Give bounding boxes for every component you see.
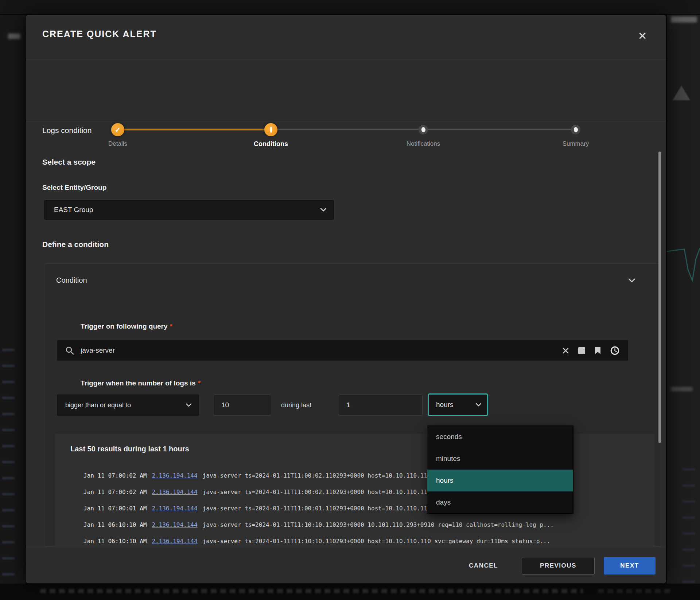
search-icon bbox=[57, 346, 81, 355]
log-row: Jan 11 06:10:10 AM2.136.194.144java-serv… bbox=[83, 533, 645, 547]
bookmark-icon[interactable] bbox=[595, 346, 601, 354]
during-last-text: during last bbox=[281, 395, 311, 416]
condition-accordion-header[interactable]: Condition bbox=[44, 264, 661, 299]
history-clock-icon[interactable] bbox=[610, 346, 619, 355]
logs-condition-heading: Logs condition bbox=[42, 126, 92, 135]
condition-accordion-title: Condition bbox=[56, 276, 87, 285]
query-input-container bbox=[57, 340, 629, 361]
required-asterisk: * bbox=[170, 322, 172, 330]
step-circle-conditions[interactable] bbox=[264, 123, 277, 136]
unit-option-minutes[interactable]: minutes bbox=[427, 448, 573, 470]
stepper-connector bbox=[277, 129, 419, 130]
unit-select[interactable]: hours bbox=[428, 393, 488, 416]
query-input[interactable] bbox=[81, 346, 563, 354]
window-value-input[interactable] bbox=[339, 395, 423, 416]
operator-select[interactable]: bigger than or equal to bbox=[57, 395, 199, 416]
query-label: Trigger on following query* bbox=[81, 322, 172, 330]
step-label-summary[interactable]: Summary bbox=[532, 140, 619, 148]
log-timestamp: Jan 11 07:00:02 AM bbox=[83, 489, 147, 495]
log-ip-link[interactable]: 2.136.194.144 bbox=[152, 505, 197, 512]
log-timestamp: Jan 11 06:10:10 AM bbox=[83, 538, 147, 545]
step-circle-details[interactable]: ✓ bbox=[111, 123, 124, 136]
entity-group-label: Select Entity/Group bbox=[42, 184, 106, 192]
log-message: java-server ts=2024-01-11T11:10:10.11029… bbox=[203, 538, 551, 545]
chevron-down-icon[interactable] bbox=[629, 279, 635, 283]
stepper-connector-completed bbox=[124, 129, 265, 130]
cancel-button[interactable]: CANCEL bbox=[462, 557, 505, 574]
trigger-count-label: Trigger when the number of logs is* bbox=[81, 379, 201, 387]
step-label-notifications[interactable]: Notifications bbox=[380, 140, 467, 148]
stepper-connector bbox=[428, 129, 571, 130]
chevron-down-icon bbox=[186, 404, 191, 407]
unit-value: hours bbox=[429, 401, 454, 409]
query-toolbar bbox=[563, 346, 628, 355]
chevron-down-icon bbox=[320, 208, 326, 212]
square-icon[interactable] bbox=[578, 347, 585, 354]
background-text-fragment bbox=[671, 16, 697, 23]
trigger-count-label-text: Trigger when the number of logs is bbox=[81, 379, 196, 387]
next-button[interactable]: NEXT bbox=[604, 557, 656, 574]
entity-group-value: EAST Group bbox=[44, 206, 93, 214]
query-label-text: Trigger on following query bbox=[81, 322, 168, 330]
results-heading: Last 50 results during last 1 hours bbox=[70, 445, 189, 453]
close-icon[interactable]: ✕ bbox=[634, 27, 651, 44]
background-text-fragment bbox=[671, 387, 693, 391]
log-timestamp: Jan 11 07:00:02 AM bbox=[83, 472, 147, 479]
background-dots bbox=[682, 463, 695, 583]
background-topbar bbox=[0, 0, 700, 15]
log-ip-link[interactable]: 2.136.194.144 bbox=[152, 521, 197, 528]
unit-option-hours[interactable]: hours bbox=[427, 470, 573, 491]
unit-option-days[interactable]: days bbox=[427, 491, 573, 513]
step-circle-summary[interactable] bbox=[571, 125, 580, 134]
dialog-title: CREATE QUICK ALERT bbox=[42, 29, 157, 39]
pending-step-marker bbox=[421, 127, 425, 132]
background-dots bbox=[2, 342, 15, 576]
step-label-details[interactable]: Details bbox=[74, 140, 162, 148]
background-text-fragment bbox=[8, 34, 20, 39]
log-timestamp: Jan 11 06:10:10 AM bbox=[83, 521, 147, 528]
check-icon: ✓ bbox=[115, 126, 121, 134]
dialog-header: CREATE QUICK ALERT ✕ bbox=[26, 15, 666, 59]
pending-step-marker bbox=[574, 127, 578, 132]
background-chart-line bbox=[667, 226, 700, 299]
step-circle-notifications[interactable] bbox=[419, 125, 428, 134]
log-row: Jan 11 06:10:10 AM2.136.194.144java-serv… bbox=[83, 517, 645, 533]
background-blurred-log bbox=[40, 589, 583, 593]
log-message: java-server ts=2024-01-11T11:10:10.11029… bbox=[203, 521, 554, 528]
triangle-icon bbox=[673, 86, 690, 100]
modal-scrollbar[interactable] bbox=[658, 152, 661, 443]
threshold-input[interactable] bbox=[214, 395, 271, 416]
clear-icon[interactable] bbox=[563, 348, 569, 354]
log-timestamp: Jan 11 07:00:01 AM bbox=[83, 505, 147, 512]
unit-dropdown-menu: seconds minutes hours days bbox=[427, 426, 573, 514]
unit-option-seconds[interactable]: seconds bbox=[427, 426, 573, 448]
operator-value: bigger than or equal to bbox=[57, 401, 131, 409]
previous-button[interactable]: PREVIOUS bbox=[522, 557, 595, 574]
select-scope-heading: Select a scope bbox=[42, 158, 96, 166]
background-blurred-log bbox=[598, 589, 671, 593]
create-quick-alert-dialog: CREATE QUICK ALERT ✕ ✓ Details Condition… bbox=[26, 15, 666, 584]
entity-group-select[interactable]: EAST Group bbox=[44, 200, 334, 220]
step-label-conditions[interactable]: Conditions bbox=[227, 140, 315, 148]
log-ip-link[interactable]: 2.136.194.144 bbox=[152, 538, 197, 545]
define-condition-heading: Define a condition bbox=[42, 240, 109, 249]
stepper: ✓ Details Conditions Notifications Summa… bbox=[26, 59, 666, 121]
dialog-footer: CANCEL PREVIOUS NEXT bbox=[26, 547, 666, 584]
required-asterisk: * bbox=[198, 379, 201, 387]
chevron-down-icon bbox=[476, 403, 481, 407]
current-step-marker bbox=[270, 127, 272, 133]
log-ip-link[interactable]: 2.136.194.144 bbox=[152, 489, 197, 495]
log-ip-link[interactable]: 2.136.194.144 bbox=[152, 472, 197, 479]
